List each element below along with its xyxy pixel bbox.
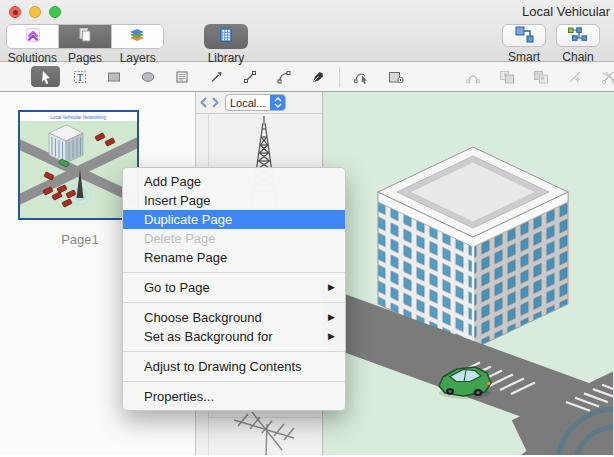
text-block-tool-button[interactable] <box>167 66 196 87</box>
window-title: Local Vehicular N <box>522 4 614 19</box>
pen-icon <box>310 69 326 85</box>
ellipse-tool-button[interactable] <box>133 66 162 87</box>
shape-rotate-icon <box>387 69 405 85</box>
menu-item-add-page[interactable]: Add Page <box>123 172 345 191</box>
menu-item-go-to-page[interactable]: Go to Page ▶ <box>123 278 345 297</box>
text-tool-icon: T <box>72 69 88 85</box>
dropdown-stepper-icon <box>270 94 285 111</box>
add-node-tool-button[interactable] <box>560 66 589 87</box>
page-thumbnail[interactable]: Local Vehicular Networking <box>18 110 139 220</box>
curve-nodes-icon <box>465 69 481 85</box>
line-tool-button[interactable] <box>235 66 264 87</box>
submenu-arrow-icon: ▶ <box>328 313 335 322</box>
submenu-arrow-icon: ▶ <box>328 283 335 292</box>
menu-item-adjust-to-drawing-contents[interactable]: Adjust to Drawing Contents <box>123 357 345 376</box>
menu-item-rename-page[interactable]: Rename Page <box>123 248 345 267</box>
chain-label: Chain <box>556 50 600 64</box>
svg-text:T: T <box>76 71 82 82</box>
svg-text:Local Vehicular Networking: Local Vehicular Networking <box>50 115 106 120</box>
arc-tool-button[interactable] <box>269 66 298 87</box>
rectangle-tool-button[interactable] <box>99 66 128 87</box>
chain-connector-icon <box>567 25 589 47</box>
canvas-scene <box>323 92 613 455</box>
library-button[interactable] <box>204 24 248 49</box>
page-context-menu: Add Page Insert Page Duplicate Page Dele… <box>122 167 346 411</box>
ellipse-icon <box>140 69 156 85</box>
menu-separator <box>123 272 345 273</box>
group-icon <box>498 69 516 85</box>
menu-separator <box>123 381 345 382</box>
select-tool-button[interactable] <box>31 66 60 87</box>
page-thumbnail-preview: Local Vehicular Networking <box>20 112 137 218</box>
smart-connector-icon <box>514 25 534 47</box>
layers-icon <box>128 26 146 48</box>
submenu-arrow-icon: ▶ <box>328 332 335 341</box>
menu-item-duplicate-page[interactable]: Duplicate Page <box>123 210 345 229</box>
titlebar: Solutions Pages Layers <box>0 0 614 62</box>
menu-item-choose-background[interactable]: Choose Background ▶ <box>123 308 345 327</box>
line-icon <box>242 69 258 85</box>
split-tool-button[interactable] <box>594 66 614 87</box>
smart-connector-button[interactable] <box>502 24 546 47</box>
pages-icon <box>76 26 94 48</box>
zoom-button[interactable] <box>49 6 61 18</box>
layers-button[interactable] <box>112 25 163 48</box>
layers-label: Layers <box>111 51 164 65</box>
solutions-chevrons-icon <box>24 26 42 48</box>
pages-label: Pages <box>59 51 112 65</box>
arrow-tool-button[interactable] <box>201 66 230 87</box>
arrow-icon <box>208 69 224 85</box>
tv-antenna-icon[interactable] <box>222 410 306 457</box>
menu-item-properties[interactable]: Properties... <box>123 387 345 406</box>
curve-nodes-tool-button[interactable] <box>458 66 487 87</box>
pen-tool-button[interactable] <box>303 66 332 87</box>
menu-item-delete-page: Delete Page <box>123 229 345 248</box>
ungroup-icon <box>532 69 550 85</box>
scissors-icon <box>600 69 614 85</box>
drawing-toolbar: T <box>0 62 614 92</box>
text-block-icon <box>174 69 190 85</box>
menu-item-insert-page[interactable]: Insert Page <box>123 191 345 210</box>
pages-button[interactable] <box>59 25 111 48</box>
text-tool-button[interactable]: T <box>65 66 94 87</box>
group-tool-button[interactable] <box>492 66 521 87</box>
chevron-left-icon[interactable] <box>199 97 208 108</box>
view-segmented-control: Solutions Pages Layers <box>6 24 166 65</box>
app-window: Solutions Pages Layers <box>0 0 614 457</box>
smart-label: Smart <box>502 50 546 64</box>
chevron-right-icon[interactable] <box>211 97 220 108</box>
add-node-icon <box>567 69 583 85</box>
library-dropdown-value: Local... <box>226 97 270 109</box>
chain-connector-button[interactable] <box>556 24 600 47</box>
ungroup-tool-button[interactable] <box>526 66 555 87</box>
drawing-canvas[interactable] <box>323 92 614 455</box>
library-dropdown[interactable]: Local... <box>225 94 286 111</box>
minimize-button[interactable] <box>29 6 41 18</box>
menu-item-set-as-background-for[interactable]: Set as Background for ▶ <box>123 327 345 346</box>
traffic-lights <box>9 6 61 18</box>
solutions-button[interactable] <box>7 25 59 48</box>
thumb-building <box>49 125 83 163</box>
menu-separator <box>123 302 345 303</box>
library-header: Local... <box>196 92 322 114</box>
solutions-label: Solutions <box>6 51 59 65</box>
shape-rotate-tool-button[interactable] <box>381 66 410 87</box>
library-grid-icon <box>217 26 235 48</box>
menu-separator <box>123 351 345 352</box>
library-label: Library <box>200 51 252 65</box>
toolbar-separator <box>339 67 340 87</box>
edit-nodes-icon <box>353 69 371 85</box>
rectangle-icon <box>106 69 122 85</box>
edit-nodes-tool-button[interactable] <box>347 66 376 87</box>
pointer-icon <box>38 69 54 85</box>
close-button[interactable] <box>9 6 21 18</box>
arc-icon <box>276 69 292 85</box>
